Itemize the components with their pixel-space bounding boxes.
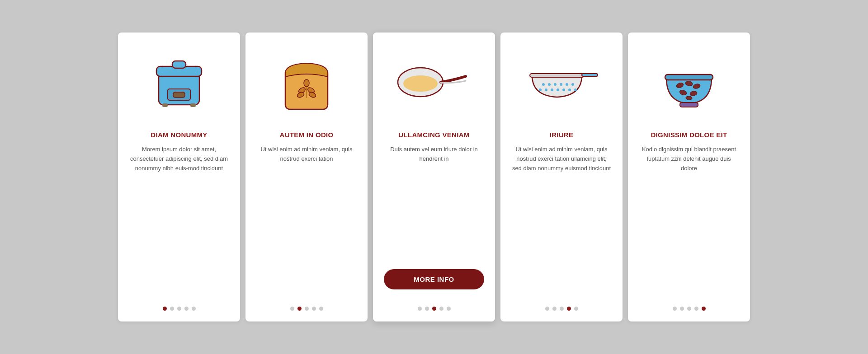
svg-point-15 [403, 75, 438, 92]
strainer-icon [523, 62, 600, 102]
svg-rect-29 [530, 74, 584, 77]
dots [418, 307, 451, 311]
card-text: Ut wisi enim ad minim veniam, quis nostr… [511, 145, 612, 298]
dot-2 [432, 307, 436, 311]
svg-rect-4 [173, 92, 185, 98]
card-title: IRIURE [550, 131, 574, 139]
dot-3 [439, 307, 443, 311]
dot-2 [560, 307, 564, 311]
dots [545, 307, 578, 311]
rice-cooker-icon [150, 53, 208, 112]
dot-1 [170, 307, 174, 311]
card-text: Kodio dignissim qui blandit praesent lup… [639, 145, 739, 298]
dot-0 [290, 307, 294, 311]
dot-4 [319, 307, 323, 311]
svg-rect-6 [190, 103, 196, 107]
dots [163, 307, 196, 311]
card-title: DIAM NONUMMY [151, 131, 207, 139]
svg-point-13 [304, 79, 309, 87]
dot-1 [680, 307, 684, 311]
dot-3 [567, 307, 571, 311]
card-title: AUTEM IN ODIO [280, 131, 334, 139]
card-icon-area [143, 46, 215, 118]
dot-4 [702, 307, 706, 311]
dot-1 [425, 307, 429, 311]
dot-0 [545, 307, 549, 311]
dot-0 [163, 307, 167, 311]
card-title: ULLAMCING VENIAM [398, 131, 469, 139]
dot-2 [177, 307, 181, 311]
spoon-icon [396, 62, 472, 102]
dot-4 [192, 307, 196, 311]
card-title: DIGNISSIM DOLOE EIT [651, 131, 727, 139]
svg-point-17 [548, 83, 551, 86]
card-icon-area [398, 46, 470, 118]
dot-0 [418, 307, 422, 311]
svg-point-27 [568, 88, 571, 91]
dot-3 [312, 307, 316, 311]
svg-rect-31 [665, 75, 713, 80]
svg-rect-32 [680, 102, 698, 107]
dot-3 [184, 307, 189, 311]
svg-rect-2 [172, 61, 186, 68]
grain-bag-icon [277, 51, 336, 114]
svg-point-25 [557, 88, 559, 91]
svg-point-22 [539, 88, 542, 91]
svg-rect-30 [582, 74, 598, 76]
dot-2 [687, 307, 691, 311]
card-text: Ut wisi enim ad minim veniam, quis nostr… [256, 145, 357, 298]
dot-3 [694, 307, 698, 311]
card-icon-area [653, 46, 725, 118]
svg-rect-5 [162, 103, 168, 107]
svg-point-23 [545, 88, 547, 91]
more-info-button[interactable]: MORE INFO [384, 269, 484, 289]
card-text: Morem ipsum dolor sit amet, consectetuer… [129, 145, 229, 298]
dot-1 [297, 307, 302, 311]
card-bowl: DIGNISSIM DOLOE EIT Kodio dignissim qui … [628, 33, 750, 321]
bowl-icon [660, 53, 718, 112]
svg-point-26 [562, 88, 565, 91]
svg-point-19 [560, 83, 562, 86]
cards-container: DIAM NONUMMY Morem ipsum dolor sit amet,… [91, 14, 777, 340]
dots [673, 307, 706, 311]
card-icon-area [525, 46, 598, 118]
card-text: Duis autem vel eum iriure dolor in hendr… [384, 145, 484, 261]
svg-point-21 [571, 83, 574, 86]
dot-0 [673, 307, 677, 311]
card-rice-cooker: DIAM NONUMMY Morem ipsum dolor sit amet,… [118, 33, 240, 321]
svg-point-18 [554, 83, 557, 86]
dot-2 [305, 307, 309, 311]
card-icon-area [270, 46, 343, 118]
svg-point-16 [542, 83, 545, 86]
dot-1 [552, 307, 557, 311]
card-grain-bag: AUTEM IN ODIO Ut wisi enim ad minim veni… [245, 33, 368, 321]
dot-4 [447, 307, 451, 311]
svg-point-24 [551, 88, 553, 91]
svg-point-28 [574, 88, 577, 91]
dots [290, 307, 323, 311]
svg-point-20 [566, 83, 568, 86]
card-spoon: ULLAMCING VENIAM Duis autem vel eum iriu… [373, 33, 495, 321]
dot-4 [574, 307, 578, 311]
card-strainer: IRIURE Ut wisi enim ad minim veniam, qui… [500, 33, 623, 321]
